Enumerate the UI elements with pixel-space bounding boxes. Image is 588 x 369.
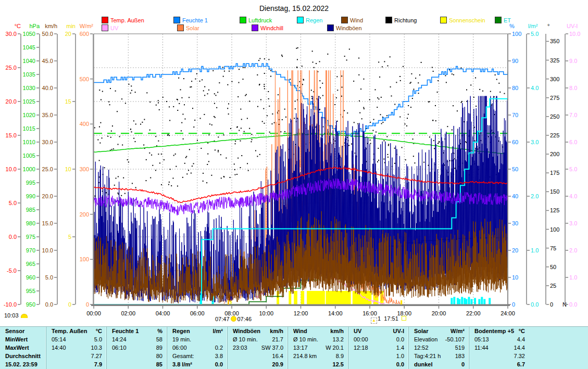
- left-axis-hpa: 9509559609659709759809859909951000100510…: [23, 23, 40, 308]
- tick-label: 20: [512, 247, 518, 253]
- series-richtung-dot: [337, 121, 338, 122]
- series-richtung-dot: [207, 154, 208, 155]
- series-richtung-dot: [370, 122, 371, 123]
- series-richtung-dot: [249, 128, 250, 129]
- cell-text: 12:52: [414, 343, 429, 352]
- series-richtung-dot: [406, 125, 407, 126]
- series-richtung-dot: [380, 114, 381, 115]
- tick-label: 5.0: [531, 31, 539, 37]
- table-cell: 14:2458: [107, 335, 167, 343]
- series-richtung-dot: [209, 123, 210, 124]
- series-richtung-dot: [196, 73, 197, 74]
- series-richtung-dot: [244, 67, 245, 68]
- axis-unit-label: km/h: [45, 23, 57, 29]
- cell-value: 0.2: [215, 343, 223, 352]
- cell-value: 0.0: [396, 360, 404, 368]
- series-richtung-dot: [99, 176, 100, 177]
- series-richtung-dot: [302, 66, 303, 67]
- series-richtung-dot: [465, 141, 466, 142]
- cell-text: 13:17: [293, 343, 308, 352]
- series-richtung-dot: [378, 160, 379, 161]
- series-richtung-dot: [114, 185, 115, 186]
- series-richtung-dot: [158, 154, 159, 155]
- series-richtung-dot: [347, 112, 348, 113]
- series-richtung-dot: [499, 92, 501, 93]
- series-richtung-dot: [169, 182, 170, 183]
- cell-value: 0: [461, 360, 465, 368]
- series-richtung-dot: [320, 87, 321, 88]
- series-richtung-dot: [311, 96, 312, 97]
- tick-label: 1030: [23, 85, 35, 91]
- series-richtung-dot: [218, 151, 219, 152]
- tick-label: 30.0: [42, 139, 53, 145]
- cell-text: Solar: [414, 327, 429, 335]
- series-richtung-dot: [353, 81, 354, 82]
- series-richtung-dot: [369, 99, 370, 100]
- series-richtung-dot: [183, 78, 184, 79]
- series-richtung-dot: [419, 74, 420, 75]
- tick-label: 995: [26, 180, 35, 186]
- sensor-column-wind: Windkm/hØ 10 min.13.213:17W 20.1214.8 km…: [287, 327, 348, 369]
- series-richtung-dot: [296, 48, 297, 49]
- table-cell: 6.7: [469, 360, 529, 368]
- series-richtung-dot: [203, 181, 204, 182]
- series-richtung-dot: [186, 173, 187, 174]
- series-richtung-dot: [454, 168, 455, 169]
- cell-text: Ø 10 min.: [293, 335, 318, 343]
- tick-label: 400: [80, 121, 89, 127]
- series-richtung-dot: [235, 141, 236, 142]
- tick-label: 960: [26, 274, 35, 281]
- row-label: Durchschnitt: [0, 352, 46, 360]
- tick-label: 10: [65, 166, 71, 172]
- series-richtung-dot: [257, 156, 258, 157]
- series-richtung-dot: [107, 136, 108, 137]
- table-cell: 12:52519: [409, 343, 469, 352]
- x-tick-label: 12:00: [294, 310, 308, 316]
- series-richtung-dot: [206, 182, 207, 183]
- table-cell: 16.4: [228, 352, 287, 360]
- series-richtung-dot: [281, 55, 282, 56]
- table-cell: 06:1089: [107, 343, 167, 352]
- cell-value: 89: [156, 343, 162, 352]
- series-richtung-dot: [359, 112, 360, 113]
- series-richtung-dot: [182, 113, 183, 114]
- sensor-column-uv: UVUV-I00:000.012:181.41.00.0: [348, 327, 408, 369]
- series-richtung-dot: [184, 104, 185, 105]
- series-richtung-dot: [99, 90, 100, 91]
- axis-unit-label: °C: [15, 23, 21, 29]
- tick-label: 985: [26, 207, 35, 213]
- series-richtung-dot: [434, 148, 435, 149]
- series-richtung-dot: [432, 67, 433, 68]
- series-richtung-dot: [122, 145, 123, 146]
- series-richtung-dot: [101, 99, 102, 100]
- sensor-column-windb-en: Windböenkm/hØ 10 min.21.723:03SW 37.016.…: [227, 327, 287, 369]
- tick-label: 10: [512, 274, 518, 281]
- series-richtung-dot: [183, 138, 184, 139]
- series-richtung-dot: [184, 163, 185, 164]
- cell-text: 06:10: [112, 343, 127, 352]
- cell-text: 19 min.: [172, 335, 191, 343]
- cell-value: °C: [96, 327, 102, 335]
- cell-text: 05:13: [474, 335, 489, 343]
- series-richtung-dot: [185, 157, 186, 158]
- series-richtung-dot: [173, 155, 174, 156]
- series-richtung-dot: [377, 107, 378, 108]
- series-richtung-dot: [348, 145, 349, 146]
- tick-label: 975: [26, 234, 35, 240]
- series-richtung-dot: [361, 118, 362, 119]
- series-richtung-dot: [215, 149, 216, 150]
- moon-number: 1: [378, 315, 381, 322]
- tick-label: 0: [68, 301, 71, 308]
- series-richtung-dot: [158, 103, 159, 104]
- series-richtung-dot: [241, 119, 242, 120]
- cell-value: -50.107: [445, 335, 465, 343]
- series-richtung-dot: [189, 149, 190, 150]
- series-richtung-dot: [414, 162, 415, 163]
- tick-label: 300: [80, 166, 89, 172]
- series-richtung-dot: [383, 140, 384, 141]
- series-richtung-dot: [363, 79, 364, 80]
- tick-label: 5.0: [569, 166, 577, 172]
- series-richtung-dot: [164, 159, 165, 160]
- series-richtung-dot: [290, 79, 291, 80]
- cell-text: Sensor: [5, 327, 24, 335]
